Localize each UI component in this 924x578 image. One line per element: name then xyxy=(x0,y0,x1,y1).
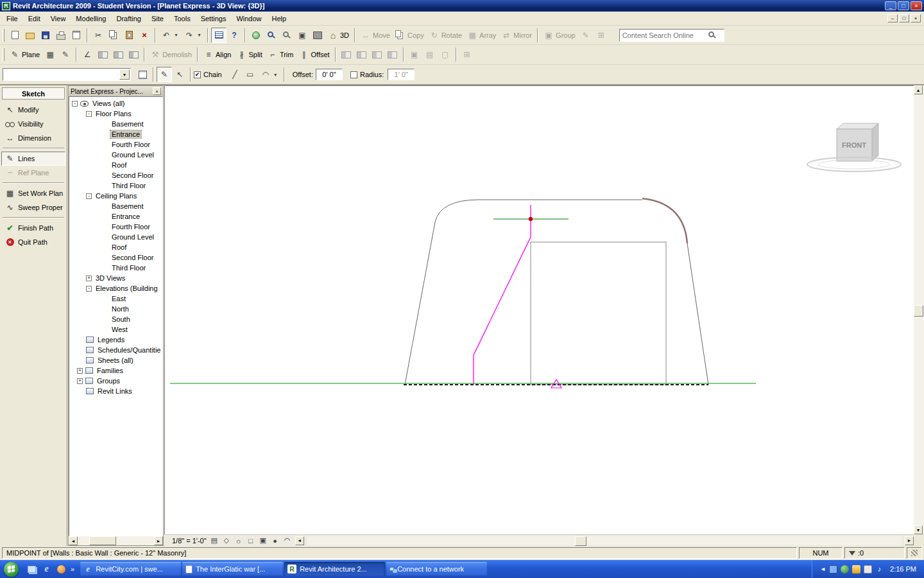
menu-help[interactable]: Help xyxy=(267,13,292,24)
tree-item-families[interactable]: +Families xyxy=(69,365,162,376)
security-tray-icon[interactable] xyxy=(841,565,849,574)
radius-checkbox[interactable] xyxy=(350,71,357,78)
scrollbar-thumb[interactable] xyxy=(89,536,116,545)
child-close-button[interactable]: × xyxy=(911,14,921,22)
tree-item-east[interactable]: East xyxy=(69,293,162,304)
sidebar-item-visibility[interactable]: Visibility xyxy=(1,117,65,131)
tree-item-floor-plans[interactable]: -Floor Plans xyxy=(69,109,162,119)
menu-drafting[interactable]: Drafting xyxy=(111,13,146,24)
crop-region-icon[interactable]: □ xyxy=(246,536,255,545)
sidebar-item-lines[interactable]: ✎Lines xyxy=(1,152,65,166)
menu-site[interactable]: Site xyxy=(146,13,169,24)
redo-button[interactable]: ↷▾ xyxy=(182,28,205,43)
building-outline-left[interactable] xyxy=(405,200,642,385)
snap-point-dot[interactable] xyxy=(529,217,533,221)
paste-button[interactable] xyxy=(121,28,137,43)
chain-checkbox[interactable]: ✔ xyxy=(194,71,201,78)
scroll-right-icon[interactable]: ► xyxy=(905,536,914,545)
menu-modelling[interactable]: Modelling xyxy=(71,13,111,24)
tree-item-ceiling-plans[interactable]: -Ceiling Plans xyxy=(69,191,162,201)
tree-item-north[interactable]: North xyxy=(69,304,162,314)
tree-expand-icon[interactable]: + xyxy=(77,368,83,374)
maximize-button[interactable]: □ xyxy=(898,1,909,10)
thin-lines-button[interactable] xyxy=(211,28,227,43)
scroll-left-icon[interactable]: ◄ xyxy=(295,536,304,545)
print-preview-button[interactable] xyxy=(69,28,84,43)
media-player-icon[interactable] xyxy=(56,564,67,575)
viewcube-top-face[interactable] xyxy=(837,123,878,129)
offset-button[interactable]: ∥Offset xyxy=(296,47,332,62)
shadows-icon[interactable]: ☼ xyxy=(234,536,243,545)
attach-detach-button[interactable]: ▤ xyxy=(422,47,438,62)
door-rectangle[interactable] xyxy=(531,242,666,385)
finish-edit-button[interactable] xyxy=(385,47,400,62)
demolish-button[interactable]: ⚒Demolish xyxy=(148,47,194,62)
pick-mode-button[interactable]: ↖ xyxy=(172,67,187,82)
copy-tool-button[interactable]: Copy xyxy=(393,28,427,43)
tree-item-second-floor[interactable]: Second Floor xyxy=(69,252,162,263)
menu-view[interactable]: View xyxy=(46,13,71,24)
zoom-in-button[interactable] xyxy=(264,28,279,43)
new-document-button[interactable] xyxy=(7,28,22,43)
taskbar-task-interglatic[interactable]: The InterGlatic war [... xyxy=(182,562,283,576)
tree-item-legends[interactable]: Legends xyxy=(69,335,162,345)
tree-item-entrance[interactable]: Entrance xyxy=(69,129,162,139)
tree-item-third-floor[interactable]: Third Floor xyxy=(69,263,162,273)
menu-tools[interactable]: Tools xyxy=(169,13,196,24)
zoom-out-button[interactable] xyxy=(279,28,295,43)
sidebar-item-finish-path[interactable]: ✔Finish Path xyxy=(1,221,65,235)
sidebar-item-modify[interactable]: ↖Modify xyxy=(1,103,65,117)
rotate-button[interactable]: ↻Rotate xyxy=(427,28,465,43)
group-button[interactable]: ▣Group xyxy=(541,28,578,43)
scroll-down-icon[interactable]: ▼ xyxy=(914,525,923,534)
sidebar-item-dimension[interactable]: ↔Dimension xyxy=(1,131,65,145)
ungroup-button[interactable]: ▢ xyxy=(438,47,453,62)
group-edit-button[interactable]: ▣ xyxy=(407,47,422,62)
type-selector-dropdown-icon[interactable]: ▾ xyxy=(119,69,130,80)
context-help-button[interactable]: ? xyxy=(227,28,242,43)
restore-all-button[interactable]: ⊞ xyxy=(459,47,475,62)
tree-item-sheets[interactable]: Sheets (all) xyxy=(69,355,162,365)
tree-item-basement[interactable]: Basement xyxy=(69,119,162,129)
radius-input[interactable] xyxy=(388,69,415,80)
align-button[interactable]: ≡Align xyxy=(201,47,234,62)
grid-button[interactable]: ▦ xyxy=(42,47,58,62)
tree-item-west[interactable]: West xyxy=(69,324,162,335)
scroll-up-icon[interactable]: ▲ xyxy=(914,85,923,94)
content-search-input[interactable] xyxy=(622,31,708,39)
view-scale-label[interactable]: 1/8" = 1'-0" xyxy=(172,537,207,545)
sketch-pencil-button[interactable]: ✎ xyxy=(58,47,73,62)
project-browser-hscrollbar[interactable]: ◄ ► xyxy=(69,536,163,545)
tree-item-groups[interactable]: +Groups xyxy=(69,376,162,386)
copy-button[interactable] xyxy=(106,28,121,43)
tree-item-schedules[interactable]: Schedules/Quantitie xyxy=(69,345,162,355)
edit-pasted-button[interactable] xyxy=(354,47,370,62)
tree-item-roof[interactable]: Roof xyxy=(69,242,162,252)
open-button[interactable] xyxy=(22,28,38,43)
tree-item-south[interactable]: South xyxy=(69,314,162,324)
tree-collapse-icon[interactable]: - xyxy=(86,286,92,292)
tree-item-fourth-floor[interactable]: Fourth Floor xyxy=(69,139,162,150)
battery-tray-icon[interactable] xyxy=(864,565,872,574)
arc-tool-button[interactable]: ◠▾ xyxy=(258,67,281,82)
display-tray-icon[interactable] xyxy=(829,565,837,574)
zoom-fit-button[interactable]: ▣ xyxy=(295,28,310,43)
quick-launch-more-icon[interactable]: » xyxy=(71,565,74,573)
model-graphics-icon[interactable]: ◇ xyxy=(222,536,231,545)
tree-expand-icon[interactable]: + xyxy=(86,276,92,281)
tree-item-views[interactable]: -Views (all) xyxy=(69,98,162,109)
print-button[interactable] xyxy=(53,28,69,43)
move-button[interactable]: ↔Move xyxy=(358,28,393,43)
link-button[interactable]: ⊞ xyxy=(594,28,609,43)
scroll-left-icon[interactable]: ◄ xyxy=(69,536,78,545)
hscrollbar-thumb[interactable] xyxy=(575,536,586,546)
undo-button[interactable]: ↶▾ xyxy=(158,28,182,43)
tray-collapse-icon[interactable]: ◄ xyxy=(820,566,826,572)
line-tool-button[interactable]: ╱ xyxy=(227,67,243,82)
building-curve-right[interactable] xyxy=(642,198,687,243)
offset-input[interactable] xyxy=(316,69,343,80)
taskbar-task-revit[interactable]: RRevit Architecture 2... xyxy=(284,562,385,576)
start-button[interactable] xyxy=(4,562,19,577)
drawing-canvas[interactable]: FRONT xyxy=(165,86,914,535)
menu-edit[interactable]: Edit xyxy=(23,13,46,24)
